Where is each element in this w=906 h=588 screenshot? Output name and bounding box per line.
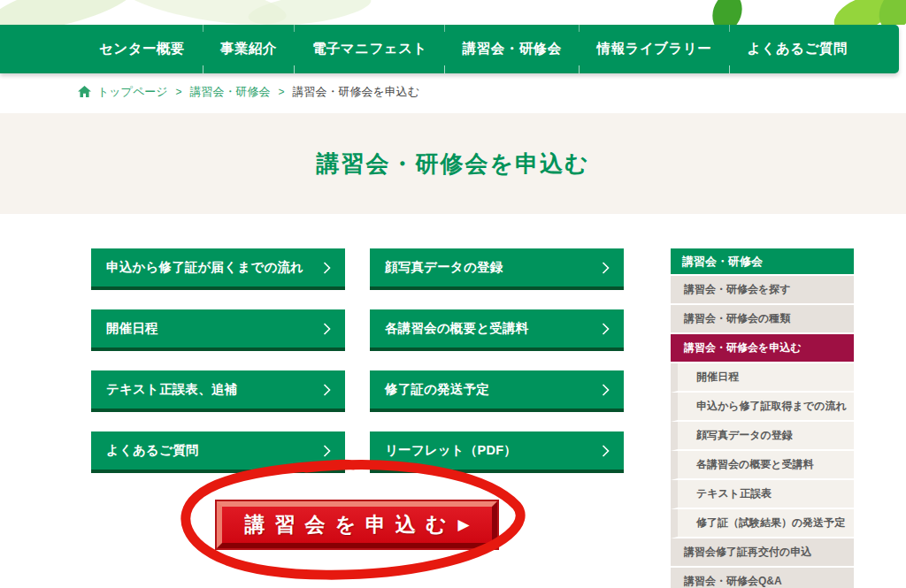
grid-link-button[interactable]: 修了証の発送予定 — [370, 370, 624, 412]
chevron-right-icon — [602, 383, 610, 396]
sidebar: 講習会・研修会 講習会・研修会を探す講習会・研修会の種類講習会・研修会を申込む開… — [671, 248, 854, 588]
grid-link-label: 修了証の発送予定 — [385, 381, 489, 398]
arrow-right-icon: ▶ — [458, 515, 470, 534]
apply-course-label: 講習会を申込む — [244, 511, 456, 538]
nav-divider — [444, 25, 445, 73]
sidebar-item[interactable]: 講習会修了証再交付の申込 — [671, 538, 854, 568]
sidebar-header: 講習会・研修会 — [671, 248, 854, 276]
chevron-right-icon — [323, 261, 331, 274]
breadcrumb-separator: > — [279, 86, 285, 98]
breadcrumb-separator: > — [176, 86, 182, 98]
nav-item[interactable]: 講習会・研修会 — [463, 40, 562, 58]
breadcrumb: トップページ > 講習会・研修会 > 講習会・研修会を申込む — [78, 84, 419, 100]
grid-link-button[interactable]: 各講習会の概要と受講料 — [370, 309, 624, 351]
grid-link-label: 開催日程 — [106, 320, 158, 337]
grid-link-label: テキスト正誤表、追補 — [106, 381, 237, 398]
home-icon — [78, 86, 91, 98]
grid-link-button[interactable]: よくあるご質問 — [91, 431, 345, 473]
breadcrumb-section-link[interactable]: 講習会・研修会 — [190, 84, 271, 100]
grid-link-button[interactable]: リーフレット（PDF） — [370, 431, 624, 473]
sidebar-item[interactable]: 各講習会の概要と受講料 — [671, 451, 854, 480]
nav-divider — [579, 25, 580, 73]
chevron-right-icon — [323, 322, 331, 335]
grid-link-button[interactable]: 申込から修了証が届くまでの流れ — [91, 248, 345, 290]
sidebar-item[interactable]: 講習会・研修会を探す — [671, 276, 854, 305]
apply-course-button[interactable]: 講習会を申込む ▶ — [217, 501, 497, 548]
title-band: 講習会・研修会を申込む — [0, 113, 906, 214]
grid-link-label: リーフレット（PDF） — [385, 442, 517, 459]
chevron-right-icon — [602, 261, 610, 274]
sidebar-item[interactable]: 申込から修了証取得までの流れ — [671, 393, 854, 422]
nav-item[interactable]: 事業紹介 — [220, 40, 277, 58]
grid-link-label: 申込から修了証が届くまでの流れ — [106, 259, 303, 276]
sidebar-item[interactable]: 講習会・研修会の種類 — [671, 305, 854, 334]
grid-link-label: 顔写真データの登録 — [385, 259, 503, 276]
grid-link-button[interactable]: 顔写真データの登録 — [370, 248, 624, 290]
link-button-grid: 申込から修了証が届くまでの流れ顔写真データの登録開催日程各講習会の概要と受講料テ… — [91, 248, 624, 473]
sidebar-item[interactable]: 開催日程 — [671, 363, 854, 393]
page-title: 講習会・研修会を申込む — [316, 149, 589, 179]
sidebar-item-active[interactable]: 講習会・研修会を申込む — [671, 334, 854, 363]
sidebar-item[interactable]: 顔写真データの登録 — [671, 422, 854, 451]
leaf-decoration-icon — [0, 0, 906, 25]
main-navbar: センター概要事業紹介電子マニフェスト講習会・研修会情報ライブラリーよくあるご質問 — [0, 25, 899, 73]
nav-item[interactable]: センター概要 — [99, 40, 185, 58]
sidebar-item[interactable]: テキスト正誤表 — [671, 480, 854, 509]
page: センター概要事業紹介電子マニフェスト講習会・研修会情報ライブラリーよくあるご質問… — [0, 0, 906, 588]
breadcrumb-home-link[interactable]: トップページ — [97, 84, 168, 100]
nav-item[interactable]: 情報ライブラリー — [597, 40, 712, 58]
nav-divider — [729, 25, 730, 73]
chevron-right-icon — [323, 383, 331, 396]
top-decoration-strip — [0, 0, 906, 25]
grid-link-button[interactable]: テキスト正誤表、追補 — [91, 370, 345, 412]
chevron-right-icon — [602, 322, 610, 335]
nav-divider — [203, 25, 203, 73]
chevron-right-icon — [602, 444, 610, 457]
grid-link-label: よくあるご質問 — [106, 442, 199, 459]
chevron-right-icon — [323, 444, 331, 457]
nav-item[interactable]: よくあるご質問 — [747, 40, 848, 58]
nav-divider — [294, 25, 295, 73]
sidebar-item[interactable]: 講習会・研修会Q&A — [671, 568, 854, 588]
sidebar-item[interactable]: 修了証（試験結果）の発送予定 — [671, 509, 854, 538]
breadcrumb-current: 講習会・研修会を申込む — [293, 84, 420, 100]
nav-item[interactable]: 電子マニフェスト — [312, 40, 427, 58]
grid-link-button[interactable]: 開催日程 — [91, 309, 345, 351]
grid-link-label: 各講習会の概要と受講料 — [385, 320, 528, 337]
